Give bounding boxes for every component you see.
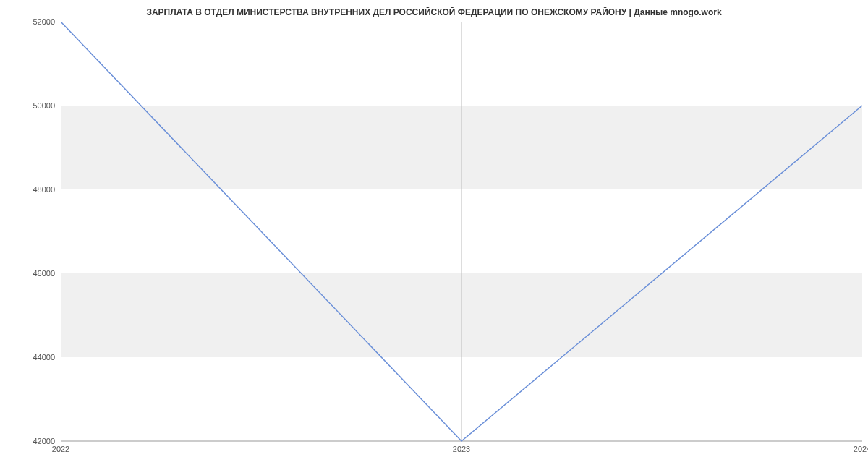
- y-tick-label: 46000: [4, 269, 55, 278]
- y-tick-label: 42000: [4, 437, 55, 445]
- y-tick-label: 50000: [4, 101, 55, 110]
- x-tick-label: 2022: [52, 445, 69, 453]
- x-tick-label: 2024: [854, 445, 868, 453]
- plot-area: [61, 22, 862, 441]
- x-tick-label: 2023: [453, 445, 470, 453]
- y-tick-label: 52000: [4, 17, 55, 26]
- y-tick-label: 44000: [4, 353, 55, 362]
- y-tick-label: 48000: [4, 185, 55, 194]
- chart-title: ЗАРПЛАТА В ОТДЕЛ МИНИСТЕРСТВА ВНУТРЕННИХ…: [0, 7, 868, 17]
